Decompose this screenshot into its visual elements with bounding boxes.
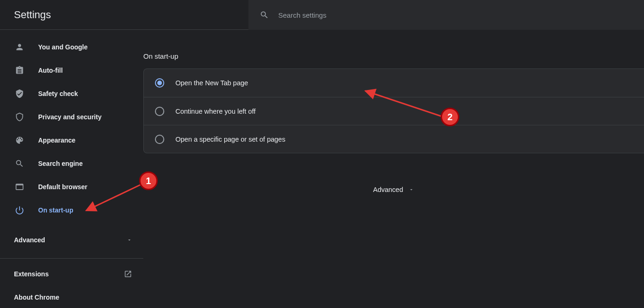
sidebar-item-safety-check[interactable]: Safety check — [0, 82, 143, 105]
browser-icon — [14, 181, 25, 192]
option-label: Open the New Tab page — [175, 79, 248, 87]
option-open-specific-page[interactable]: Open a specific page or set of pages — [144, 125, 644, 153]
main-advanced-toggle[interactable]: Advanced — [143, 186, 644, 193]
power-icon — [14, 205, 25, 216]
search-bar[interactable] — [248, 0, 644, 30]
sidebar-item-label: Default browser — [38, 183, 87, 191]
sidebar-item-you-and-google[interactable]: You and Google — [0, 35, 143, 59]
sidebar-item-label: Safety check — [38, 90, 78, 97]
sidebar-item-label: You and Google — [38, 43, 87, 51]
sidebar-item-label: Search engine — [38, 160, 83, 167]
sidebar-item-default-browser[interactable]: Default browser — [0, 175, 143, 198]
header: Settings — [0, 0, 644, 30]
radio-icon — [155, 107, 164, 116]
sidebar-item-on-start-up[interactable]: On start-up — [0, 198, 143, 222]
search-input[interactable] — [278, 11, 511, 19]
sidebar-advanced-label: Advanced — [14, 236, 45, 244]
annotation-marker-1: 1 — [139, 171, 158, 190]
section-title: On start-up — [143, 52, 644, 60]
option-label: Open a specific page or set of pages — [175, 136, 285, 143]
main-content: On start-up Open the New Tab page Contin… — [143, 30, 644, 308]
radio-icon — [155, 78, 164, 88]
sidebar-item-search-engine[interactable]: Search engine — [0, 152, 143, 175]
sidebar-item-label: About Chrome — [14, 294, 59, 301]
palette-icon — [14, 135, 25, 146]
startup-options-card: Open the New Tab page Continue where you… — [143, 68, 644, 153]
open-in-new-icon — [124, 270, 132, 278]
shield-icon — [14, 111, 25, 123]
sidebar: You and Google Auto-fill Safety check Pr… — [0, 30, 143, 308]
sidebar-item-about-chrome[interactable]: About Chrome — [0, 286, 143, 308]
search-icon — [260, 10, 269, 20]
annotation-marker-2: 2 — [441, 108, 459, 126]
chevron-down-icon — [409, 187, 414, 192]
sidebar-item-label: On start-up — [38, 206, 73, 214]
sidebar-item-label: Privacy and security — [38, 113, 101, 121]
shield-check-icon — [14, 88, 25, 99]
option-label: Continue where you left off — [175, 108, 255, 115]
radio-icon — [155, 135, 164, 144]
sidebar-advanced-toggle[interactable]: Advanced — [0, 228, 143, 252]
divider — [0, 258, 143, 259]
chevron-down-icon — [127, 237, 132, 243]
sidebar-item-auto-fill[interactable]: Auto-fill — [0, 59, 143, 82]
sidebar-item-appearance[interactable]: Appearance — [0, 129, 143, 152]
search-icon — [14, 158, 25, 169]
sidebar-item-label: Appearance — [38, 137, 75, 144]
option-open-new-tab[interactable]: Open the New Tab page — [144, 69, 644, 97]
option-continue-where-left-off[interactable]: Continue where you left off — [144, 97, 644, 125]
person-icon — [14, 41, 25, 53]
clipboard-icon — [14, 65, 25, 76]
sidebar-item-extensions[interactable]: Extensions — [0, 262, 143, 286]
sidebar-item-label: Auto-fill — [38, 67, 63, 74]
sidebar-item-privacy-and-security[interactable]: Privacy and security — [0, 105, 143, 129]
advanced-label: Advanced — [373, 186, 403, 193]
sidebar-item-label: Extensions — [14, 270, 49, 278]
page-title: Settings — [0, 9, 51, 21]
